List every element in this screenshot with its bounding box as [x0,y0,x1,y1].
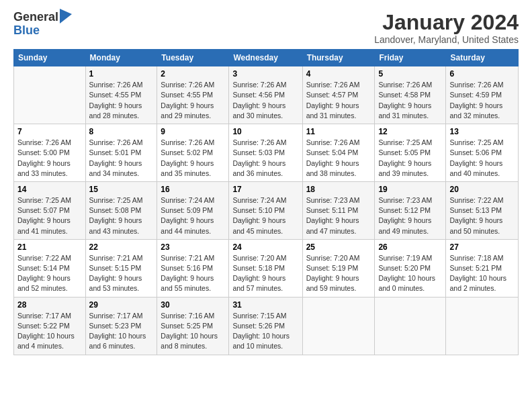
day-info: Sunrise: 7:26 AM Sunset: 4:55 PM Dayligh… [89,80,154,121]
col-header-tuesday: Tuesday [157,50,229,66]
svg-marker-0 [60,9,72,24]
col-header-thursday: Thursday [302,50,375,66]
day-info: Sunrise: 7:23 AM Sunset: 5:12 PM Dayligh… [378,195,442,236]
day-info: Sunrise: 7:22 AM Sunset: 5:13 PM Dayligh… [449,195,515,236]
calendar-cell: 30Sunrise: 7:16 AM Sunset: 5:25 PM Dayli… [157,297,229,355]
calendar-cell [375,297,446,355]
day-info: Sunrise: 7:22 AM Sunset: 5:14 PM Dayligh… [17,253,82,294]
calendar-cell: 31Sunrise: 7:15 AM Sunset: 5:26 PM Dayli… [229,297,302,355]
calendar-cell: 10Sunrise: 7:26 AM Sunset: 5:03 PM Dayli… [229,124,302,182]
calendar-cell: 28Sunrise: 7:17 AM Sunset: 5:22 PM Dayli… [14,297,86,355]
calendar-cell: 22Sunrise: 7:21 AM Sunset: 5:15 PM Dayli… [85,239,157,297]
logo-general: General [13,11,58,24]
day-info: Sunrise: 7:26 AM Sunset: 4:56 PM Dayligh… [232,80,298,121]
calendar-cell: 5Sunrise: 7:26 AM Sunset: 4:58 PM Daylig… [375,66,446,124]
day-number: 21 [17,242,82,252]
day-info: Sunrise: 7:26 AM Sunset: 5:04 PM Dayligh… [306,138,371,179]
calendar-cell: 24Sunrise: 7:20 AM Sunset: 5:18 PM Dayli… [229,239,302,297]
day-info: Sunrise: 7:25 AM Sunset: 5:05 PM Dayligh… [378,138,442,179]
day-number: 10 [232,127,298,136]
day-number: 9 [161,127,225,136]
day-info: Sunrise: 7:21 AM Sunset: 5:15 PM Dayligh… [89,253,154,294]
day-number: 23 [161,242,225,252]
calendar-cell: 2Sunrise: 7:26 AM Sunset: 4:55 PM Daylig… [157,66,229,124]
day-info: Sunrise: 7:26 AM Sunset: 5:01 PM Dayligh… [89,138,154,179]
calendar-cell: 25Sunrise: 7:20 AM Sunset: 5:19 PM Dayli… [302,239,375,297]
col-header-saturday: Saturday [446,50,519,66]
day-info: Sunrise: 7:26 AM Sunset: 4:57 PM Dayligh… [306,80,371,121]
day-info: Sunrise: 7:16 AM Sunset: 5:25 PM Dayligh… [161,311,225,352]
day-info: Sunrise: 7:25 AM Sunset: 5:06 PM Dayligh… [449,138,515,179]
calendar-cell: 20Sunrise: 7:22 AM Sunset: 5:13 PM Dayli… [446,181,519,239]
day-info: Sunrise: 7:26 AM Sunset: 4:55 PM Dayligh… [161,80,225,121]
day-number: 19 [378,185,442,194]
week-row-3: 21Sunrise: 7:22 AM Sunset: 5:14 PM Dayli… [14,239,519,297]
day-number: 8 [89,127,154,136]
day-number: 3 [232,69,298,79]
calendar-cell: 16Sunrise: 7:24 AM Sunset: 5:09 PM Dayli… [157,181,229,239]
day-info: Sunrise: 7:15 AM Sunset: 5:26 PM Dayligh… [232,311,298,352]
day-number: 2 [161,69,225,79]
calendar-cell: 19Sunrise: 7:23 AM Sunset: 5:12 PM Dayli… [375,181,446,239]
week-row-1: 7Sunrise: 7:26 AM Sunset: 5:00 PM Daylig… [14,124,519,182]
day-number: 26 [378,242,442,252]
day-number: 22 [89,242,154,252]
day-info: Sunrise: 7:19 AM Sunset: 5:20 PM Dayligh… [378,253,442,294]
calendar-cell: 13Sunrise: 7:25 AM Sunset: 5:06 PM Dayli… [446,124,519,182]
day-info: Sunrise: 7:25 AM Sunset: 5:07 PM Dayligh… [17,195,82,236]
day-info: Sunrise: 7:26 AM Sunset: 5:00 PM Dayligh… [17,138,82,179]
week-row-0: 1Sunrise: 7:26 AM Sunset: 4:55 PM Daylig… [14,66,519,124]
header-row: SundayMondayTuesdayWednesdayThursdayFrid… [14,50,519,66]
calendar-cell: 29Sunrise: 7:17 AM Sunset: 5:23 PM Dayli… [85,297,157,355]
day-info: Sunrise: 7:26 AM Sunset: 4:59 PM Dayligh… [449,80,515,121]
day-info: Sunrise: 7:20 AM Sunset: 5:18 PM Dayligh… [232,253,298,294]
calendar-cell: 21Sunrise: 7:22 AM Sunset: 5:14 PM Dayli… [14,239,86,297]
calendar-cell [14,66,86,124]
day-number: 16 [161,185,225,194]
title-area: January 2024 Landover, Maryland, United … [374,11,519,45]
day-info: Sunrise: 7:25 AM Sunset: 5:08 PM Dayligh… [89,195,154,236]
week-row-4: 28Sunrise: 7:17 AM Sunset: 5:22 PM Dayli… [14,297,519,355]
calendar-cell: 11Sunrise: 7:26 AM Sunset: 5:04 PM Dayli… [302,124,375,182]
calendar-cell: 4Sunrise: 7:26 AM Sunset: 4:57 PM Daylig… [302,66,375,124]
calendar-cell: 23Sunrise: 7:21 AM Sunset: 5:16 PM Dayli… [157,239,229,297]
calendar-cell: 1Sunrise: 7:26 AM Sunset: 4:55 PM Daylig… [85,66,157,124]
col-header-sunday: Sunday [14,50,86,66]
day-number: 24 [232,242,298,252]
calendar-cell [302,297,375,355]
day-number: 28 [17,300,82,310]
day-info: Sunrise: 7:24 AM Sunset: 5:10 PM Dayligh… [232,195,298,236]
day-number: 27 [449,242,515,252]
day-info: Sunrise: 7:26 AM Sunset: 5:03 PM Dayligh… [232,138,298,179]
week-row-2: 14Sunrise: 7:25 AM Sunset: 5:07 PM Dayli… [14,181,519,239]
col-header-wednesday: Wednesday [229,50,302,66]
day-info: Sunrise: 7:17 AM Sunset: 5:22 PM Dayligh… [17,311,82,352]
calendar-cell: 9Sunrise: 7:26 AM Sunset: 5:02 PM Daylig… [157,124,229,182]
day-number: 4 [306,69,371,79]
day-number: 12 [378,127,442,136]
day-number: 1 [89,69,154,79]
day-number: 18 [306,185,371,194]
day-info: Sunrise: 7:26 AM Sunset: 5:02 PM Dayligh… [161,138,225,179]
day-number: 15 [89,185,154,194]
day-number: 17 [232,185,298,194]
month-title: January 2024 [374,11,519,34]
col-header-monday: Monday [85,50,157,66]
page-container: General Blue January 2024 Landover, Mary… [0,0,532,362]
calendar-cell: 7Sunrise: 7:26 AM Sunset: 5:00 PM Daylig… [14,124,86,182]
calendar-cell: 8Sunrise: 7:26 AM Sunset: 5:01 PM Daylig… [85,124,157,182]
day-info: Sunrise: 7:26 AM Sunset: 4:58 PM Dayligh… [378,80,442,121]
calendar-cell: 3Sunrise: 7:26 AM Sunset: 4:56 PM Daylig… [229,66,302,124]
calendar-cell: 12Sunrise: 7:25 AM Sunset: 5:05 PM Dayli… [375,124,446,182]
day-info: Sunrise: 7:21 AM Sunset: 5:16 PM Dayligh… [161,253,225,294]
day-info: Sunrise: 7:18 AM Sunset: 5:21 PM Dayligh… [449,253,515,294]
day-number: 5 [378,69,442,79]
calendar-cell [446,297,519,355]
calendar-cell: 15Sunrise: 7:25 AM Sunset: 5:08 PM Dayli… [85,181,157,239]
day-info: Sunrise: 7:17 AM Sunset: 5:23 PM Dayligh… [89,311,154,352]
calendar-cell: 17Sunrise: 7:24 AM Sunset: 5:10 PM Dayli… [229,181,302,239]
day-number: 14 [17,185,82,194]
logo: General Blue [13,11,72,38]
location: Landover, Maryland, United States [374,34,519,45]
calendar-cell: 14Sunrise: 7:25 AM Sunset: 5:07 PM Dayli… [14,181,86,239]
